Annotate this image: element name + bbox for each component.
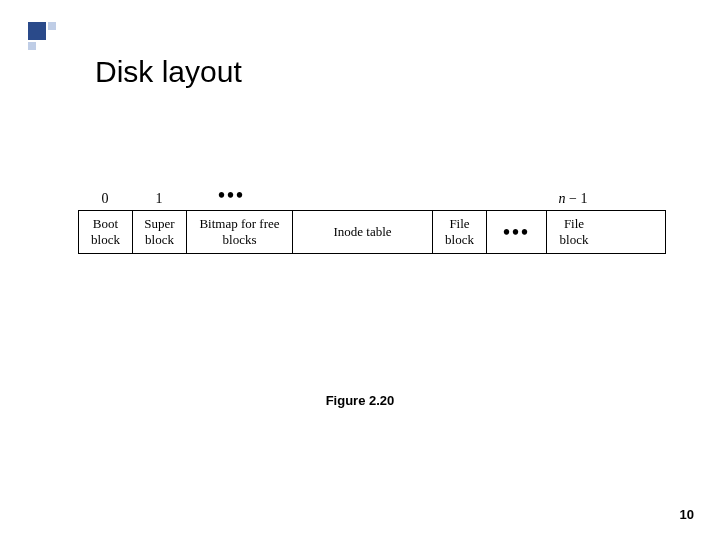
cell-boot-block: Boot block (79, 211, 133, 253)
label-1: 1 (132, 191, 186, 207)
block-index-labels: 0 1 ••• n − 1 (78, 188, 666, 210)
cell-inode-table: Inode table (293, 211, 433, 253)
cell-ellipsis: ••• (487, 211, 547, 253)
page-number: 10 (680, 507, 694, 522)
label-dots: ••• (186, 184, 292, 207)
figure-caption: Figure 2.20 (0, 393, 720, 408)
cell-file-block-n: File block (547, 211, 601, 253)
label-n-minus-1: n − 1 (546, 191, 600, 207)
disk-layout-diagram: 0 1 ••• n − 1 Boot block Super block Bit… (78, 188, 666, 254)
slide-title: Disk layout (95, 55, 242, 89)
cell-file-block-1: File block (433, 211, 487, 253)
block-cells-row: Boot block Super block Bitmap for free b… (78, 210, 666, 254)
cell-bitmap: Bitmap for free blocks (187, 211, 293, 253)
cell-super-block: Super block (133, 211, 187, 253)
slide-bullet-decoration (28, 22, 56, 50)
label-0: 0 (78, 191, 132, 207)
